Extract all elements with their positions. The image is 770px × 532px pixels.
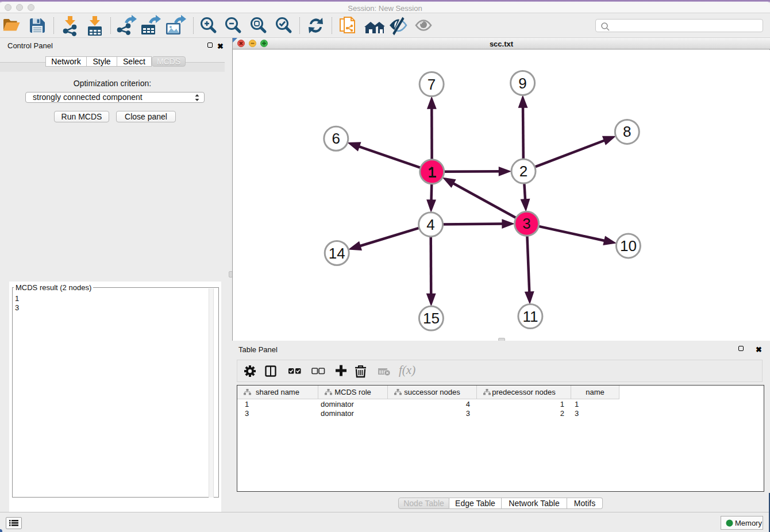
svg-text:4: 4 [426,216,434,233]
svg-text:3: 3 [522,215,530,232]
svg-text:7: 7 [428,76,436,93]
svg-text:11: 11 [522,308,538,325]
svg-text:9: 9 [518,75,526,92]
svg-text:6: 6 [332,130,340,147]
svg-text:2: 2 [519,163,528,180]
svg-text:14: 14 [329,245,345,262]
svg-text:10: 10 [620,237,637,255]
svg-text:15: 15 [423,310,440,327]
svg-text:8: 8 [623,123,631,140]
